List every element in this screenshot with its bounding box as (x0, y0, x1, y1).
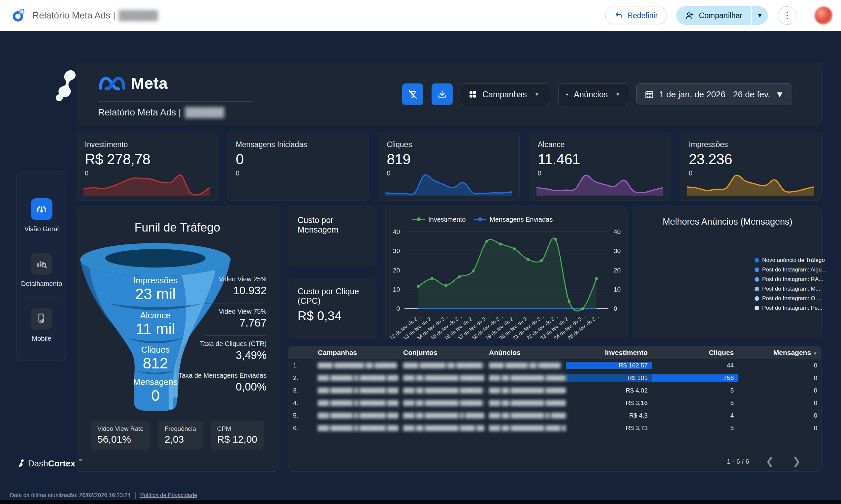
stat-value: R$ 0,34 (298, 309, 368, 323)
row-index: 4. (288, 399, 313, 407)
legend-item[interactable]: Post do Instagram: Algu... (755, 267, 826, 273)
cell-conjunto: ███ ██ █████████ ███████ ██ (398, 375, 484, 381)
stat-cpm: CPM R$ 12,00 (211, 420, 264, 450)
legend-item[interactable]: Post do Instagram: Pe... (755, 305, 826, 311)
traffic-funnel-card: Funil de Tráfego Impressões 23 mil Alcan… (76, 206, 279, 472)
legend-label: Novo anúncio de Tráfego (762, 257, 825, 264)
pie-legend: Novo anúncio de Tráfego Post do Instagra… (755, 257, 826, 311)
share-dropdown-button[interactable]: ▼ (751, 6, 768, 25)
table-row[interactable]: 1. ████ ████████ ██ ██████ ████ ███████ … (288, 359, 821, 372)
sidebar-item-detalhamento[interactable]: Detalhamento (21, 253, 62, 288)
legend-item[interactable]: Post do Instagram: RA... (755, 276, 826, 283)
sidebar-item-label: Mobile (32, 335, 52, 342)
privacy-policy-link[interactable]: Política de Privacidade (140, 492, 197, 499)
table-row[interactable]: 5. ███ ██████ █ ███████ ███ █ ███ ██ ███… (288, 409, 821, 422)
gauge-icon (31, 198, 52, 220)
chevron-down-icon: ▼ (615, 91, 621, 97)
cell-investimento: R$ 4,02 (566, 387, 652, 394)
kebab-menu-button[interactable]: ⋮ (778, 6, 797, 25)
sparkline-chart (536, 172, 663, 196)
stat-label: Taxa de Mensagens Enviadas (167, 372, 267, 379)
kpi-card-investimento: Investimento R$ 278,78 0 (76, 132, 218, 200)
header-campanhas[interactable]: Campanhas (313, 349, 398, 357)
legend-label: Post do Instagram: Pe... (762, 305, 822, 311)
stat-label: Video View 75% (167, 308, 267, 315)
download-icon (437, 89, 447, 99)
report-subtitle-redacted: ██████ (185, 107, 225, 118)
legend-item[interactable]: Novo anúncio de Tráfego (755, 257, 826, 264)
kpi-label: Cliques (387, 140, 511, 149)
funnel-bottom-stats: Video View Rate 56,01% Frequência 2,03 C… (76, 420, 279, 450)
cell-investimento: R$ 3,16 (566, 399, 652, 407)
table-row[interactable]: 6. ███ ██████ █ ███████ ███ █ ███ ██ ███… (288, 422, 821, 434)
page-title: Relatório Meta Ads | ██████ (32, 10, 158, 21)
header-anuncios[interactable]: Anúncios (484, 349, 566, 357)
share-label: Compartilhar (699, 11, 742, 20)
cell-campanha: ███ ██████ █ ███████ ███ █ (313, 400, 398, 406)
cell-campanha: ████ ████████ ██ ██████ (313, 362, 398, 368)
legend-item[interactable]: Post do Instagram: M... (755, 286, 826, 292)
stat-value: 10.932 (167, 284, 267, 297)
stat-divider (204, 368, 267, 368)
kpi-card-alcance: Alcance 11.461 0 (529, 132, 671, 200)
ads-filter-label: Anúncios (574, 90, 608, 99)
cell-investimento: R$ 162,57 (566, 362, 652, 369)
campaigns-filter-label: Campanhas (482, 90, 527, 99)
legend-label: Post do Instagram: O ... (762, 295, 822, 302)
best-ads-card: Melhores Anúncios (Mensagens) Novo anúnc… (633, 206, 822, 339)
kpi-card-cliques: Cliques 819 0 (378, 132, 520, 200)
ads-filter-select[interactable]: Anúncios ▼ (558, 84, 628, 105)
download-button[interactable] (432, 84, 453, 105)
stat-ctr: Taxa de Cliques (CTR) 3,49% (167, 340, 267, 361)
cell-cliques: 756 (652, 374, 738, 382)
stat-label: Taxa de Cliques (CTR) (167, 340, 267, 348)
share-button-group: Compartilhar ▼ (676, 6, 768, 25)
kpi-value: 11.461 (538, 151, 662, 167)
svg-text:Investimento: Investimento (428, 216, 466, 223)
kpi-label: Impressões (688, 140, 812, 149)
reset-button[interactable]: Redefinir (605, 6, 667, 24)
row-index: 6. (288, 425, 313, 432)
svg-text:20: 20 (393, 267, 400, 274)
last-update-text: Data da última atualização: 26/02/2026 1… (10, 492, 131, 499)
sidebar-item-visao-geral[interactable]: Visão Geral (24, 198, 59, 233)
sidebar-item-mobile[interactable]: Mobile (31, 308, 52, 342)
cell-mensagens: 0 (738, 425, 822, 432)
kpi-card-mensagens-iniciadas: Mensagens Iniciadas 0 0 (227, 132, 369, 200)
clear-filters-button[interactable] (402, 84, 423, 105)
svg-text:30: 30 (614, 247, 621, 254)
avatar[interactable] (815, 6, 833, 24)
prev-page-button[interactable]: ❮ (764, 456, 776, 467)
next-page-button[interactable]: ❯ (790, 456, 803, 467)
date-range-picker[interactable]: 1 de jan. de 2026 - 26 de fev. ▼ (637, 84, 792, 105)
sparkline-chart (386, 172, 512, 196)
header-investimento[interactable]: Investimento (566, 349, 652, 357)
calendar-icon (645, 90, 654, 99)
table-row[interactable]: 4. ███ ██████ █ ███████ ███ █ ███ ██ ███… (288, 397, 821, 409)
footer: Data da última atualização: 26/02/2026 1… (10, 492, 197, 499)
meta-infinity-icon (98, 75, 126, 92)
stat-value: 3,49% (167, 349, 267, 361)
share-button[interactable]: Compartilhar (676, 6, 751, 25)
grid-icon (468, 90, 477, 98)
header-mensagens[interactable]: Mensagens▼ (738, 349, 822, 357)
page-nav-sidebar: Visão Geral Detalhamento (16, 172, 67, 361)
svg-text:40: 40 (393, 228, 400, 235)
legend-dot (755, 258, 759, 263)
campaigns-filter-select[interactable]: Campanhas ▼ (461, 84, 550, 105)
header-cliques[interactable]: Cliques (652, 349, 738, 357)
legend-item[interactable]: Post do Instagram: O ... (755, 295, 826, 302)
cell-anuncio: ███ ██ █████████ ██████ ██ (484, 388, 566, 394)
table-row[interactable]: 3. ███ ██████ █ ███████ ███ █ ███ ██ ███… (288, 384, 821, 397)
kpi-label: Mensagens Iniciadas (236, 140, 360, 149)
page-title-redacted: ██████ (119, 10, 158, 21)
chevron-down-icon: ▼ (534, 91, 540, 97)
meta-ads-dashboard: Relatório Meta Ads | ██████ Redefinir Co… (0, 0, 841, 504)
kpi-value: 819 (387, 151, 511, 167)
legend-dot (755, 287, 759, 291)
table-row[interactable]: 2. ███ ██████ █ ███████ ███ █ ███ ██ ███… (288, 372, 821, 384)
footer-divider (135, 492, 136, 499)
row-index: 1. (288, 362, 313, 369)
header-conjuntos[interactable]: Conjuntos (398, 349, 484, 357)
stat-label: Frequência (165, 425, 196, 432)
